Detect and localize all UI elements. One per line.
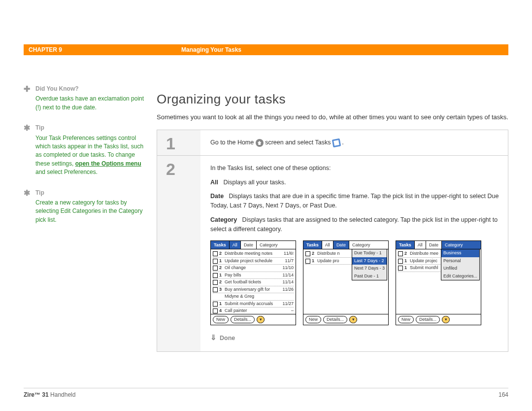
option-date: Date Displays tasks that are due in a sp… (210, 192, 500, 210)
asterisk-icon: ✱ (24, 189, 30, 197)
task-line[interactable]: 4Call painter– (213, 308, 294, 314)
task-checkbox[interactable] (213, 251, 218, 256)
palm-note-icon[interactable]: ▾ (349, 316, 357, 324)
page-footer: Zire™ 31 Handheld 164 (24, 388, 508, 398)
opt-all-body: Displays all your tasks. (223, 179, 286, 186)
task-checkbox[interactable] (213, 280, 218, 285)
product-rest: Handheld (49, 391, 76, 398)
task-priority: 2 (219, 279, 223, 286)
opt-all-label: All (210, 179, 218, 186)
task-checkbox[interactable] (213, 308, 218, 313)
task-text: Submit monthly accruals (225, 301, 281, 308)
step-1-body: Go to the Home screen and select Tasks . (200, 130, 508, 155)
palm-details-button[interactable]: Details... (231, 316, 255, 324)
step2-intro: In the Tasks list, select one of these o… (210, 164, 500, 173)
task-checkbox[interactable] (213, 273, 218, 278)
palm-new-button[interactable]: New (213, 316, 229, 324)
date-dropdown[interactable]: Due Today - 1Last 7 Days - 2Next 7 Days … (352, 249, 387, 280)
category-dropdown[interactable]: BusinessPersonalUnfiledEdit Categories..… (441, 249, 480, 280)
task-text: Call painter (225, 308, 290, 314)
palm-tab-date[interactable]: Date (333, 241, 349, 249)
task-text: Pay bills (225, 272, 281, 279)
task-checkbox[interactable] (213, 302, 218, 307)
palm-footer: New Details... ▾ (211, 314, 296, 325)
palm-tab-date[interactable]: Date (241, 241, 257, 249)
sidebar: ✚ Did You Know? Overdue tasks have an ex… (24, 85, 157, 352)
open-options-menu-link[interactable]: open the Options menu (75, 160, 141, 167)
task-checkbox[interactable] (305, 259, 310, 264)
task-line[interactable]: 1Submit monthly accruals11/27 (213, 301, 294, 308)
palm-footer: New Details... ▾ (303, 314, 388, 325)
palm-tab-all[interactable]: All (322, 241, 333, 249)
dropdown-item[interactable]: Edit Categories... (441, 273, 479, 280)
dropdown-item[interactable]: Due Today - 1 (352, 249, 387, 257)
dropdown-item[interactable]: Last 7 Days - 2 (352, 257, 387, 265)
task-line[interactable]: 3Buy anniversary gift for11/26 (213, 286, 294, 294)
screenshots-row: Tasks All Date Category 2Distribute meet… (210, 240, 500, 325)
step1-mid: screen and select Tasks (265, 139, 332, 146)
palm-tabs: Tasks All Date Category (211, 241, 296, 249)
task-priority: 3 (219, 286, 223, 293)
option-all: All Displays all your tasks. (210, 178, 500, 187)
task-priority: 2 (312, 250, 316, 257)
step-2: 2 In the Tasks list, select one of these… (157, 156, 508, 351)
task-line[interactable]: 1Pay bills11/14 (213, 272, 294, 279)
palm-details-button[interactable]: Details... (416, 316, 440, 324)
step-1: 1 Go to the Home screen and select Tasks… (157, 130, 508, 156)
chapter-header: CHAPTER 9 Managing Your Tasks (24, 44, 508, 55)
palm-tab-title: Tasks (211, 241, 230, 249)
palm-tab-date[interactable]: Date (426, 241, 442, 249)
palm-tab-category[interactable]: Category (442, 241, 481, 249)
task-priority: 2 (219, 265, 223, 272)
task-priority: 1 (404, 258, 408, 265)
dropdown-item[interactable]: Next 7 Days - 3 (352, 265, 387, 273)
palm-tab-category[interactable]: Category (349, 241, 388, 249)
task-line[interactable]: 1Update project schedule11/7 (213, 258, 294, 265)
dropdown-item[interactable]: Unfiled (441, 265, 479, 273)
palm-tab-all[interactable]: All (230, 241, 241, 249)
dropdown-item[interactable]: Business (441, 249, 479, 257)
task-line[interactable]: 2Distribute meeting notes11/6! (213, 250, 294, 258)
dropdown-item[interactable]: Personal (441, 257, 479, 265)
option-category: Category Displays tasks that are assigne… (210, 215, 500, 234)
task-checkbox[interactable] (305, 251, 310, 256)
task-date: 11/6! (284, 250, 294, 257)
dropdown-item[interactable]: Past Due - 1 (352, 273, 387, 280)
step-2-body: In the Tasks list, select one of these o… (200, 156, 508, 351)
palm-note-icon[interactable]: ▾ (257, 316, 265, 324)
page-title: Organizing your tasks (157, 92, 508, 107)
home-icon (256, 139, 264, 147)
palm-body: 2Distribute meeting notes11/6!1Update pr… (211, 249, 296, 314)
task-line[interactable]: 2Oil change11/10 (213, 265, 294, 272)
step1-pre: Go to the Home (210, 139, 256, 146)
task-date: – (291, 308, 294, 314)
step1-end: . (342, 139, 343, 146)
task-date: 11/10 (282, 265, 294, 272)
intro-text: Sometimes you want to look at all the th… (157, 113, 508, 122)
task-checkbox[interactable] (213, 259, 218, 264)
task-checkbox[interactable] (398, 266, 403, 271)
done-label: Done (220, 335, 235, 342)
did-you-know-body: Overdue tasks have an exclamation point … (35, 95, 147, 112)
task-checkbox[interactable] (398, 259, 403, 264)
palm-tab-all[interactable]: All (415, 241, 426, 249)
palm-tab-category[interactable]: Category (257, 241, 296, 249)
task-priority: 1 (219, 258, 223, 265)
task-line[interactable]: 2Get football tickets11/14 (213, 279, 294, 286)
palm-new-button[interactable]: New (305, 316, 321, 324)
palm-details-button[interactable]: Details... (323, 316, 347, 324)
tip1-heading: Tip (35, 124, 147, 132)
task-checkbox[interactable] (213, 287, 218, 292)
tip2-block: ✱ Tip Create a new category for tasks by… (24, 189, 147, 225)
opt-cat-label: Category (210, 216, 237, 223)
task-priority: 4 (219, 308, 223, 314)
chapter-label: CHAPTER 9 (24, 46, 181, 53)
main-content: Organizing your tasks Sometimes you want… (157, 85, 508, 352)
palm-note-icon[interactable]: ▾ (442, 316, 450, 324)
palm-new-button[interactable]: New (398, 316, 414, 324)
task-checkbox[interactable] (398, 251, 403, 256)
task-date: 11/14 (282, 272, 294, 279)
task-checkbox[interactable] (213, 266, 218, 271)
task-priority: 1 (219, 272, 223, 279)
task-line[interactable]: Midyne & Greg (213, 293, 294, 301)
